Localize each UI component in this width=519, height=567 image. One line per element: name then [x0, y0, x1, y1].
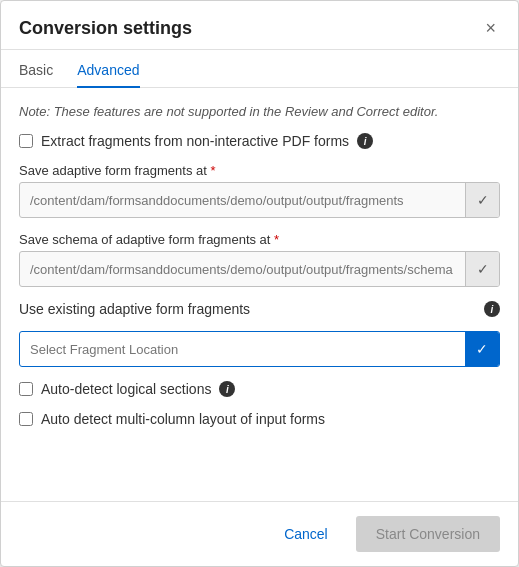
- dialog-header: Conversion settings ×: [1, 1, 518, 50]
- start-conversion-button[interactable]: Start Conversion: [356, 516, 500, 552]
- close-button[interactable]: ×: [481, 17, 500, 39]
- extract-fragments-info-icon[interactable]: i: [357, 133, 373, 149]
- dialog-footer: Cancel Start Conversion: [1, 501, 518, 566]
- fragment-location-input[interactable]: [20, 334, 465, 365]
- use-existing-row: Use existing adaptive form fragments i: [19, 301, 500, 317]
- conversion-settings-dialog: Conversion settings × Basic Advanced Not…: [0, 0, 519, 567]
- auto-detect-multi-checkbox[interactable]: [19, 412, 33, 426]
- save-fragments-required: *: [211, 163, 216, 178]
- checkmark-icon-3: ✓: [476, 341, 488, 357]
- use-existing-label: Use existing adaptive form fragments: [19, 301, 250, 317]
- checkmark-icon: ✓: [477, 192, 489, 208]
- auto-detect-info-icon[interactable]: i: [219, 381, 235, 397]
- save-fragments-input[interactable]: [20, 185, 465, 216]
- tab-basic[interactable]: Basic: [19, 50, 53, 88]
- tab-bar: Basic Advanced: [1, 50, 518, 88]
- auto-detect-multi-label: Auto detect multi-column layout of input…: [41, 411, 325, 427]
- save-fragments-label: Save adaptive form fragments at *: [19, 163, 500, 178]
- auto-detect-multi-row: Auto detect multi-column layout of input…: [19, 411, 500, 427]
- save-fragments-field: Save adaptive form fragments at * ✓: [19, 163, 500, 218]
- save-schema-field: Save schema of adaptive form fragments a…: [19, 232, 500, 287]
- auto-detect-checkbox[interactable]: [19, 382, 33, 396]
- extract-fragments-label: Extract fragments from non-interactive P…: [41, 133, 349, 149]
- save-schema-input-wrapper: ✓: [19, 251, 500, 287]
- save-schema-required: *: [274, 232, 279, 247]
- save-schema-check-button[interactable]: ✓: [465, 252, 499, 286]
- fragment-location-check-button[interactable]: ✓: [465, 332, 499, 366]
- extract-fragments-row: Extract fragments from non-interactive P…: [19, 133, 500, 149]
- extract-fragments-checkbox[interactable]: [19, 134, 33, 148]
- save-fragments-input-wrapper: ✓: [19, 182, 500, 218]
- use-existing-info-icon[interactable]: i: [484, 301, 500, 317]
- dialog-title: Conversion settings: [19, 18, 192, 39]
- tab-advanced[interactable]: Advanced: [77, 50, 139, 88]
- save-schema-input[interactable]: [20, 254, 465, 285]
- save-schema-label: Save schema of adaptive form fragments a…: [19, 232, 500, 247]
- note-text: Note: These features are not supported i…: [19, 104, 500, 119]
- cancel-button[interactable]: Cancel: [268, 518, 344, 550]
- checkmark-icon-2: ✓: [477, 261, 489, 277]
- fragment-location-wrapper: ✓: [19, 331, 500, 367]
- auto-detect-label: Auto-detect logical sections: [41, 381, 211, 397]
- dialog-body: Note: These features are not supported i…: [1, 88, 518, 501]
- auto-detect-row: Auto-detect logical sections i: [19, 381, 500, 397]
- save-fragments-check-button[interactable]: ✓: [465, 183, 499, 217]
